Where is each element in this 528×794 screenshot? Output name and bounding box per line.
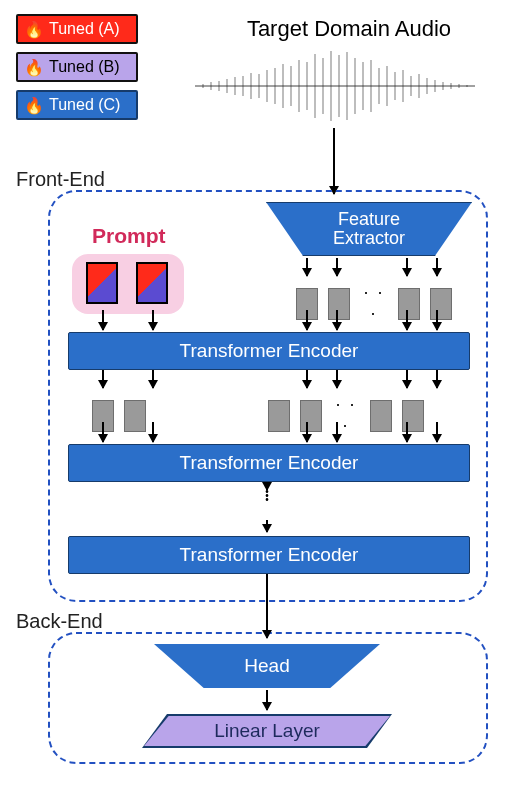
legend-tuned-a: 🔥 Tuned (A)	[16, 14, 138, 44]
encoder-label: Transformer Encoder	[180, 452, 359, 474]
feature-extractor: Feature Extractor	[266, 202, 472, 256]
vdots-icon: •••	[262, 490, 272, 502]
arrow-fe-tok	[306, 258, 308, 276]
hidden-token	[300, 400, 322, 432]
arrow-front-to-back	[266, 574, 268, 638]
arrow-tok-enc	[406, 310, 408, 330]
arrow-tok-enc	[436, 422, 438, 442]
arrow-tok-enc	[152, 422, 154, 442]
fire-icon: 🔥	[24, 96, 44, 115]
hidden-token	[268, 400, 290, 432]
arrow-enc-tok	[436, 370, 438, 388]
arrow-enc-tok	[152, 370, 154, 388]
diagram-canvas: 🔥 Tuned (A) 🔥 Tuned (B) 🔥 Tuned (C) Targ…	[0, 0, 528, 794]
legend-label: Tuned (A)	[49, 20, 120, 38]
feature-extractor-line2: Extractor	[333, 229, 405, 248]
arrow-enc-tok	[406, 370, 408, 388]
arrow-fe-tok	[336, 258, 338, 276]
feature-extractor-line1: Feature	[338, 210, 400, 229]
arrow-tok-enc	[102, 310, 104, 330]
input-title: Target Domain Audio	[180, 16, 518, 42]
head-block: Head	[154, 644, 380, 688]
arrow-fe-tok	[436, 258, 438, 276]
arrow-tok-enc	[152, 310, 154, 330]
legend-label: Tuned (B)	[49, 58, 120, 76]
transformer-encoder: Transformer Encoder	[68, 536, 470, 574]
feature-token	[398, 288, 420, 320]
prompt-token	[136, 262, 168, 304]
linear-layer: Linear Layer	[142, 714, 392, 748]
hidden-token	[124, 400, 146, 432]
arrow-enc-tok	[336, 370, 338, 388]
feature-extractor-label: Feature Extractor	[266, 202, 472, 256]
fire-icon: 🔥	[24, 20, 44, 39]
transformer-encoder: Transformer Encoder	[68, 332, 470, 370]
encoder-label: Transformer Encoder	[180, 544, 359, 566]
arrow-enc-stack	[266, 520, 268, 532]
arrow-enc-tok	[306, 370, 308, 388]
legend: 🔥 Tuned (A) 🔥 Tuned (B) 🔥 Tuned (C)	[16, 14, 138, 120]
arrow-tok-enc	[436, 310, 438, 330]
feature-tokens: . . .	[296, 278, 452, 320]
prompt-label: Prompt	[92, 224, 166, 248]
front-end-label: Front-End	[16, 168, 105, 191]
arrow-enc-stack	[266, 482, 268, 490]
arrow-input-to-feature	[333, 128, 335, 194]
arrow-tok-enc	[336, 422, 338, 442]
arrow-fe-tok	[406, 258, 408, 276]
linear-label: Linear Layer	[142, 714, 392, 748]
arrow-tok-enc	[306, 422, 308, 442]
legend-tuned-c: 🔥 Tuned (C)	[16, 90, 138, 120]
legend-tuned-b: 🔥 Tuned (B)	[16, 52, 138, 82]
fire-icon: 🔥	[24, 58, 44, 77]
arrow-tok-enc	[306, 310, 308, 330]
back-end-label: Back-End	[16, 610, 103, 633]
arrow-tok-enc	[102, 422, 104, 442]
waveform-icon	[195, 46, 475, 126]
prompt-tokens	[86, 262, 168, 304]
arrow-head-linear	[266, 690, 268, 710]
head-label: Head	[154, 644, 380, 688]
transformer-encoder: Transformer Encoder	[68, 444, 470, 482]
encoder-label: Transformer Encoder	[180, 340, 359, 362]
hidden-token	[370, 400, 392, 432]
arrow-tok-enc	[406, 422, 408, 442]
prompt-token	[86, 262, 118, 304]
legend-label: Tuned (C)	[49, 96, 120, 114]
hidden-tokens: . . .	[92, 390, 424, 432]
feature-token	[328, 288, 350, 320]
feature-token	[430, 288, 452, 320]
arrow-enc-tok	[102, 370, 104, 388]
arrow-tok-enc	[336, 310, 338, 330]
ellipsis: . . .	[360, 278, 388, 320]
